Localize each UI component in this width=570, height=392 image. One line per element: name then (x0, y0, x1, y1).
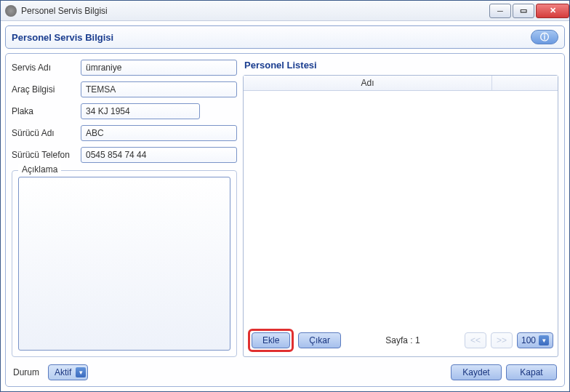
close-button[interactable]: ✕ (536, 4, 569, 18)
durum-label: Durum (13, 367, 39, 377)
label-plaka: Plaka (12, 106, 81, 116)
durum-value: Aktif (55, 367, 71, 377)
list-column: Personel Listesi Adı Ekle Çıkar (243, 60, 558, 357)
form-rows: Servis Adı Araç Bilgisi Plaka Sürüc (12, 60, 237, 163)
page-size-value: 100 (521, 335, 536, 345)
row-plaka: Plaka (12, 103, 237, 119)
grid-footer: Ekle Çıkar Sayfa : 1 << >> 100 (244, 324, 558, 356)
kapat-button[interactable]: Kapat (506, 364, 557, 380)
maximize-button[interactable]: ▭ (513, 4, 534, 18)
durum-select[interactable]: Aktif (48, 364, 88, 380)
app-icon (5, 5, 17, 17)
aciklama-fieldset: Açıklama (12, 170, 237, 357)
footer-row: Durum Aktif Kaydet Kapat (12, 361, 558, 380)
page-label: Sayfa : 1 (385, 335, 420, 345)
input-surucu-adi[interactable] (81, 125, 237, 141)
kaydet-button[interactable]: Kaydet (451, 364, 502, 380)
main-panel: Servis Adı Araç Bilgisi Plaka Sürüc (5, 53, 565, 387)
label-surucu-adi: Sürücü Adı (12, 128, 81, 138)
cikar-button[interactable]: Çıkar (298, 332, 341, 348)
page-size-select[interactable]: 100 (517, 332, 553, 348)
info-button[interactable]: ⓘ (531, 30, 558, 44)
label-surucu-telefon: Sürücü Telefon (12, 150, 81, 160)
col-adi[interactable]: Adı (244, 76, 492, 90)
label-arac-bilgisi: Araç Bilgisi (12, 84, 81, 95)
titlebar: Personel Servis Bilgisi ─ ▭ ✕ (1, 1, 569, 21)
upper-area: Servis Adı Araç Bilgisi Plaka Sürüc (12, 60, 558, 357)
next-page-button[interactable]: >> (491, 332, 513, 348)
input-surucu-telefon[interactable] (81, 147, 237, 163)
header-strip: Personel Servis Bilgisi ⓘ (5, 25, 565, 49)
col-empty[interactable] (492, 76, 558, 90)
ekle-button[interactable]: Ekle (252, 332, 290, 348)
row-surucu-adi: Sürücü Adı (12, 125, 237, 141)
aciklama-textarea[interactable] (18, 177, 230, 351)
row-servis-adi: Servis Adı (12, 60, 237, 76)
label-servis-adi: Servis Adı (12, 63, 81, 73)
row-surucu-telefon: Sürücü Telefon (12, 147, 237, 163)
minimize-button[interactable]: ─ (489, 4, 511, 18)
header-title: Personel Servis Bilgisi (12, 32, 531, 43)
aciklama-legend: Açıklama (18, 164, 61, 175)
row-arac-bilgisi: Araç Bilgisi (12, 81, 237, 97)
chevron-down-icon (539, 335, 549, 345)
input-plaka[interactable] (81, 103, 200, 119)
personel-grid: Adı Ekle Çıkar Sayfa : 1 << (243, 75, 558, 357)
list-title: Personel Listesi (243, 60, 558, 71)
input-arac-bilgisi[interactable] (81, 81, 237, 97)
content: Personel Servis Bilgisi ⓘ Servis Adı Ara… (1, 21, 569, 391)
input-servis-adi[interactable] (81, 60, 237, 76)
window-title: Personel Servis Bilgisi (21, 6, 488, 16)
prev-page-button[interactable]: << (465, 332, 486, 348)
grid-body (244, 91, 558, 324)
window-controls: ─ ▭ ✕ (488, 4, 569, 18)
chevron-down-icon (76, 367, 86, 377)
ekle-highlight: Ekle (248, 329, 294, 352)
app-window: Personel Servis Bilgisi ─ ▭ ✕ Personel S… (0, 0, 570, 392)
form-column: Servis Adı Araç Bilgisi Plaka Sürüc (12, 60, 237, 357)
grid-header: Adı (244, 76, 558, 91)
